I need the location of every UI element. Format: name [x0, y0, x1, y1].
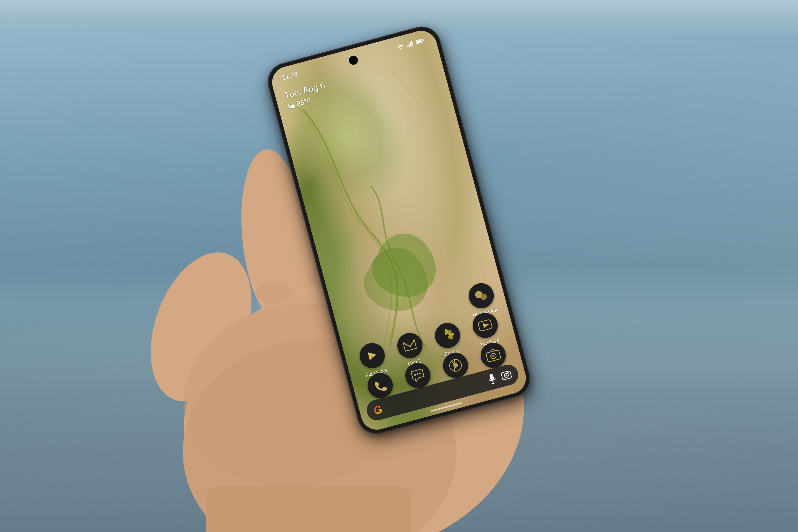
scene: 11:38 [0, 0, 798, 532]
svg-rect-15 [408, 44, 410, 47]
svg-line-43 [492, 383, 495, 384]
bg-top-strip [0, 0, 798, 34]
svg-line-37 [454, 368, 455, 371]
svg-rect-14 [407, 45, 409, 48]
signal-icon [406, 40, 414, 47]
svg-point-40 [492, 355, 495, 357]
google-g-logo[interactable]: G [372, 402, 383, 417]
youtube-svg [477, 319, 493, 332]
mic-icon[interactable] [487, 373, 498, 386]
svg-rect-12 [206, 487, 411, 532]
svg-line-35 [454, 360, 455, 363]
status-icons [396, 38, 425, 50]
svg-rect-41 [489, 374, 494, 381]
messages-svg [410, 368, 426, 383]
pixel-studio-svg [473, 287, 490, 304]
svg-point-46 [505, 374, 508, 377]
phone-svg [373, 378, 387, 393]
wifi-icon [396, 43, 404, 50]
gmail-svg [402, 339, 417, 352]
svg-point-31 [416, 373, 419, 375]
lens-icon[interactable] [500, 369, 513, 382]
chrome-svg [447, 357, 463, 374]
photos-svg [439, 327, 456, 343]
svg-point-30 [414, 374, 416, 376]
play-store-svg [364, 348, 380, 364]
camera-svg [485, 348, 501, 363]
svg-point-8 [256, 281, 292, 304]
status-time: 11:38 [281, 71, 299, 82]
svg-marker-29 [483, 322, 489, 328]
svg-point-32 [419, 373, 421, 375]
svg-point-13 [400, 48, 401, 50]
battery-icon [416, 38, 425, 44]
svg-line-36 [451, 361, 454, 364]
